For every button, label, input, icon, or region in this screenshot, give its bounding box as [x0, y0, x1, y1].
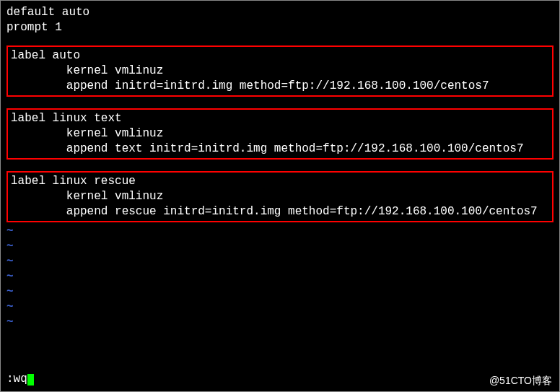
kernel-line: kernel vmlinuz — [11, 64, 549, 79]
vim-tilde: ~ — [6, 224, 554, 239]
config-line-prompt: prompt 1 — [6, 20, 554, 35]
vim-tilde: ~ — [6, 300, 554, 315]
append-line: append text initrd=initrd.img method=ftp… — [11, 141, 549, 157]
label-line: label linux text — [11, 111, 549, 126]
vim-tilde: ~ — [6, 239, 554, 254]
config-line-default: default auto — [6, 5, 554, 20]
blank-line — [6, 161, 554, 170]
watermark: @51CTO博客 — [489, 374, 552, 387]
label-block-linux-rescue: label linux rescue kernel vmlinuz append… — [6, 171, 554, 222]
kernel-line: kernel vmlinuz — [11, 189, 549, 204]
label-line: label auto — [11, 48, 549, 64]
blank-line — [6, 35, 554, 44]
append-line: append initrd=initrd.img method=ftp://19… — [11, 79, 549, 94]
vim-command-text: :wq — [6, 373, 27, 386]
label-block-linux-text: label linux text kernel vmlinuz append t… — [6, 108, 554, 160]
append-line: append rescue initrd=initrd.img method=f… — [11, 204, 549, 219]
vim-tilde: ~ — [6, 269, 554, 284]
label-line: label linux rescue — [11, 174, 549, 189]
vim-command-line[interactable]: :wq — [6, 372, 34, 387]
vim-tilde: ~ — [6, 254, 554, 269]
label-block-auto: label auto kernel vmlinuz append initrd=… — [6, 45, 554, 97]
cursor — [27, 374, 34, 386]
vim-tilde: ~ — [6, 315, 554, 330]
vim-tilde: ~ — [6, 284, 554, 300]
kernel-line: kernel vmlinuz — [11, 126, 549, 141]
blank-line — [6, 98, 554, 107]
